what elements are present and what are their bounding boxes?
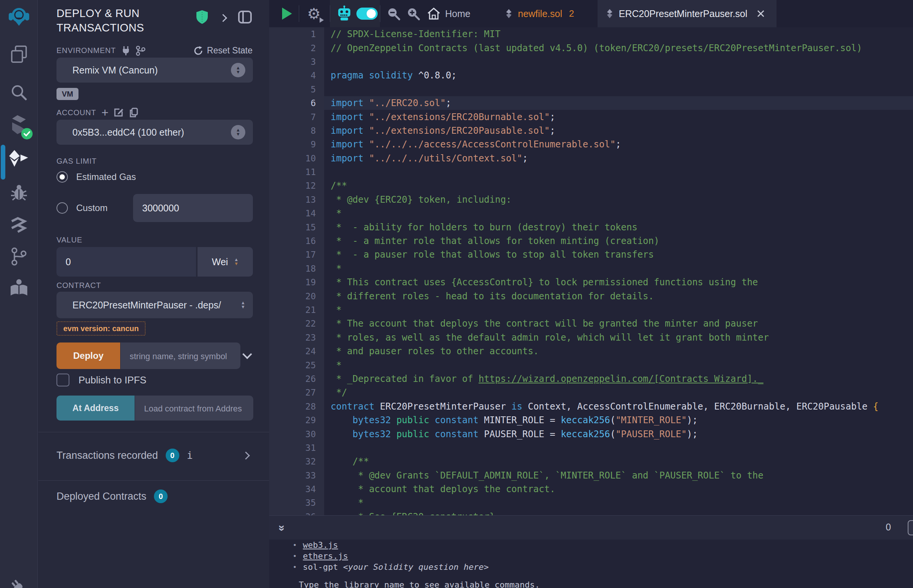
- expand-transactions-icon[interactable]: [242, 451, 250, 459]
- code-line: 14 *: [269, 207, 913, 220]
- unit-testing-icon[interactable]: [10, 217, 28, 236]
- editor-area: ⚙: [269, 0, 913, 588]
- home-label: Home: [445, 8, 471, 19]
- environment-select[interactable]: Remix VM (Cancun) ▲▼: [57, 58, 253, 82]
- line-number: 16: [269, 236, 324, 246]
- line-number: 31: [269, 443, 324, 453]
- code-editor[interactable]: 1// SPDX-License-Identifier: MIT2// Open…: [269, 27, 913, 515]
- plugin-manager-icon[interactable]: [11, 577, 27, 588]
- unit-stepper-icon: ▲▼: [234, 258, 238, 266]
- code-line: 17 * - a pauser role that allows to stop…: [269, 248, 913, 262]
- run-script-button[interactable]: [278, 0, 296, 27]
- at-address-button[interactable]: At Address: [57, 396, 134, 420]
- deploy-button[interactable]: Deploy: [57, 342, 120, 369]
- terminal-search-box[interactable]: [908, 520, 913, 535]
- deployed-count-badge: 0: [154, 489, 168, 503]
- deploy-params-input[interactable]: [121, 342, 240, 369]
- code-line: 30 bytes32 public constant PAUSER_ROLE =…: [269, 427, 913, 441]
- value-input[interactable]: [57, 247, 196, 276]
- line-number: 21: [269, 305, 324, 315]
- code-line: 35 *: [269, 496, 913, 510]
- line-number: 29: [269, 415, 324, 425]
- line-number: 32: [269, 457, 324, 466]
- copilot-toggle[interactable]: [356, 0, 379, 27]
- deploy-run-panel: DEPLOY & RUN TRANSACTIONS ENVIRONMENT: [38, 0, 269, 588]
- solidity-compiler-icon[interactable]: [9, 115, 29, 136]
- collapse-terminal-icon[interactable]: «: [274, 525, 287, 531]
- publish-ipfs-label: Publish to IPFS: [78, 374, 146, 386]
- line-number: 14: [269, 208, 324, 218]
- tab-newfile[interactable]: newfile.sol 2: [497, 0, 583, 27]
- code-line: 18 *: [269, 262, 913, 275]
- home-tab[interactable]: Home: [427, 0, 480, 27]
- expand-params-icon[interactable]: [242, 349, 252, 359]
- code-line: 1// SPDX-License-Identifier: MIT: [269, 27, 913, 41]
- script-config-button[interactable]: ⚙: [303, 0, 325, 27]
- plug-icon[interactable]: [121, 46, 130, 56]
- transactions-recorded-row[interactable]: Transactions recorded 0 i: [57, 447, 253, 464]
- code-line: 3: [269, 55, 913, 69]
- sign-message-icon[interactable]: [114, 108, 124, 118]
- line-number: 30: [269, 429, 324, 439]
- learn-icon[interactable]: [9, 279, 29, 299]
- activity-bar: [0, 0, 38, 588]
- ai-copilot-button[interactable]: [334, 0, 354, 27]
- line-number: 4: [269, 71, 324, 80]
- estimated-gas-radio[interactable]: [57, 171, 68, 183]
- search-icon[interactable]: [10, 83, 28, 103]
- tab-label: newfile.sol: [518, 8, 562, 19]
- pin-panel-icon[interactable]: [238, 11, 252, 25]
- vm-badge: VM: [57, 88, 78, 100]
- ethersjs-link[interactable]: ethers.js: [303, 551, 348, 561]
- line-number: 36: [269, 512, 324, 515]
- code-line: 20 * different roles - head to its docum…: [269, 289, 913, 303]
- code-line: 24 * and pauser roles to other accounts.: [269, 344, 913, 358]
- collapse-panel-icon[interactable]: [219, 14, 227, 22]
- zoom-out-button[interactable]: [384, 0, 403, 27]
- divider: [38, 432, 269, 432]
- home-icon: [427, 7, 440, 20]
- account-select[interactable]: 0x5B3...eddC4 (100 ether) ▲▼: [57, 120, 253, 145]
- deployed-contracts-label: Deployed Contracts: [57, 491, 146, 502]
- solidity-file-icon: [505, 9, 513, 19]
- code-line: 8import "../extensions/ERC20Pausable.sol…: [269, 124, 913, 137]
- remix-logo-icon[interactable]: [8, 5, 29, 28]
- copy-account-icon[interactable]: [129, 108, 138, 118]
- tab-unsaved-badge: 2: [569, 8, 574, 19]
- code-line: 5: [269, 82, 913, 96]
- fork-state-icon[interactable]: [136, 46, 146, 56]
- line-number: 13: [269, 195, 324, 205]
- add-account-icon[interactable]: +: [102, 108, 109, 118]
- terminal-output[interactable]: • web3.js • ethers.js • sol-gpt <your So…: [269, 540, 913, 588]
- tab-erc20presetminterpauser[interactable]: ERC20PresetMinterPauser.sol: [597, 0, 777, 27]
- value-label: VALUE: [57, 236, 82, 244]
- play-icon: [282, 8, 292, 20]
- solgpt-command: sol-gpt: [303, 562, 338, 572]
- publish-ipfs-checkbox[interactable]: [57, 373, 70, 386]
- line-number: 24: [269, 346, 324, 356]
- line-number: 17: [269, 250, 324, 260]
- git-icon[interactable]: [10, 247, 28, 268]
- file-explorer-icon[interactable]: [10, 45, 28, 66]
- close-tab-icon[interactable]: [756, 10, 765, 18]
- tab-label: ERC20PresetMinterPauser.sol: [619, 8, 747, 19]
- page-title: DEPLOY & RUN TRANSACTIONS: [57, 6, 197, 35]
- code-line: 33 * @dev Grants `DEFAULT_ADMIN_ROLE`, `…: [269, 468, 913, 482]
- info-icon[interactable]: i: [187, 450, 193, 461]
- zoom-in-button[interactable]: [404, 0, 423, 27]
- code-line: 22 * The account that deploys the contra…: [269, 317, 913, 330]
- custom-gas-radio[interactable]: [57, 202, 68, 214]
- value-unit-select[interactable]: Wei ▲▼: [197, 247, 253, 276]
- web3js-link[interactable]: web3.js: [303, 540, 338, 550]
- code-line: 32 /**: [269, 455, 913, 468]
- toolbar-separator: [299, 5, 299, 22]
- debugger-icon[interactable]: [10, 183, 28, 203]
- custom-gas-input[interactable]: [133, 194, 253, 222]
- at-address-input[interactable]: [135, 396, 253, 420]
- toolbar-separator: [330, 5, 330, 22]
- contract-select[interactable]: ERC20PresetMinterPauser - .deps/ ▲▼: [57, 292, 253, 318]
- reset-state-button[interactable]: Reset State: [193, 45, 253, 56]
- line-number: 8: [269, 126, 324, 136]
- robot-icon: [336, 5, 353, 22]
- deploy-run-icon[interactable]: [8, 149, 29, 169]
